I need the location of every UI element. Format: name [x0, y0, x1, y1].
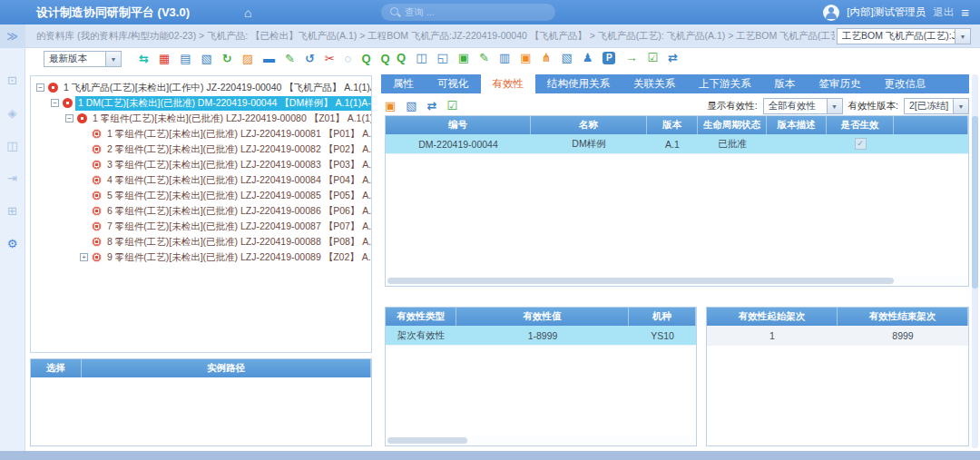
tree-node-label: 1 飞机产品(工艺)[未检出](工作中) JZ-220419-00040 【飞机…	[61, 81, 372, 95]
tab-item[interactable]: 关联关系	[622, 74, 687, 93]
home-icon[interactable]: ⌂	[244, 5, 251, 20]
table-cell: 已批准	[698, 134, 767, 153]
structure-compare-icon[interactable]: ⇆	[139, 52, 149, 66]
show-effectivity-dropdown[interactable]: 全部有效性 ▼	[763, 98, 843, 114]
bom-structure-icon[interactable]: ⋔	[542, 51, 552, 65]
save-copy-icon[interactable]: ▧	[201, 52, 212, 66]
swap-icon[interactable]: ⇄	[668, 51, 678, 65]
tree-node-label: 3 零组件(工艺)[未检出](已批准) LZJ-220419-00083 【P0…	[104, 158, 372, 172]
collapse-expander-icon[interactable]: −	[65, 114, 74, 122]
select-region-icon[interactable]: ◌	[345, 52, 352, 66]
save-version-icon[interactable]: ▤	[180, 52, 191, 66]
horizontal-scrollbar[interactable]	[387, 436, 695, 445]
tab-item[interactable]: 版本	[763, 74, 808, 93]
delete-icon[interactable]: ▦	[159, 52, 170, 66]
tree-node[interactable]: −1 DM(工艺)[未检出](已批准) DM-220419-00044 【DM样…	[31, 95, 371, 111]
version-filter-dropdown[interactable]: 最新版本 ▼	[44, 51, 122, 67]
search-plus-icon[interactable]: Q	[381, 52, 390, 66]
effectivity-type-table: 有效性类型有效性值机种架次有效性1-8999YS10	[385, 307, 697, 446]
tree-node[interactable]: 3 零组件(工艺)[未检出](已批准) LZJ-220419-00083 【P0…	[31, 157, 371, 172]
layers-icon[interactable]: ◫	[6, 139, 17, 152]
process-icon[interactable]: P	[603, 52, 615, 64]
sync-icon[interactable]: ↺	[305, 52, 315, 66]
hamburger-menu-icon[interactable]: ≡	[961, 5, 969, 20]
paste-icon[interactable]: ▣	[458, 51, 469, 65]
tree-node[interactable]: 7 零组件(工艺)[未检出](已批准) LZJ-220419-00087 【P0…	[31, 219, 371, 234]
part-status-icon	[92, 237, 102, 247]
tab-active[interactable]: 有效性	[481, 74, 536, 93]
tab-item[interactable]: 更改信息	[873, 74, 938, 93]
tree-toolbar-icons: ⇆▦▤▧↻▨▬✎↺✂◌QQ	[139, 52, 390, 66]
remote-desktop-icon[interactable]: ⊞	[7, 204, 17, 218]
tree-node[interactable]: 5 零组件(工艺)[未检出](已批准) LZJ-220419-00085 【P0…	[31, 188, 371, 203]
tree-node[interactable]: 2 零组件(工艺)[未检出](已批准) LZJ-220419-00082 【P0…	[31, 142, 371, 157]
effectivity-version-dropdown[interactable]: 2[已冻结] ▼	[904, 98, 969, 114]
scrollbar-thumb[interactable]	[972, 116, 978, 289]
table-row[interactable]: 架次有效性1-8999YS10	[386, 326, 696, 346]
main-area: 最新版本 ▼ ⇆▦▤▧↻▨▬✎↺✂◌QQ Q◫◱▣✎▥▣⋔▧♟P→☑⇄ −1 飞…	[25, 48, 980, 451]
new-item-icon[interactable]: ▧	[406, 99, 416, 113]
save-icon[interactable]: ▣	[520, 51, 531, 65]
user-settings-icon[interactable]: ⚙	[7, 237, 18, 250]
context-selector-dropdown[interactable]: 工艺BOM 飞机产品(工艺):JZ... ▼	[837, 28, 971, 44]
verify-icon[interactable]: ☑	[647, 51, 658, 65]
tree-node-label: 9 零组件(工艺)[未检出](已批准) LZJ-220419-00089 【Z0…	[104, 250, 372, 265]
tree-node[interactable]: 1 零组件(工艺)[未检出](已批准) LZJ-220419-00081 【P0…	[31, 126, 371, 142]
expand-expander-icon[interactable]: +	[80, 253, 88, 261]
clipboard-icon[interactable]: ▥	[499, 51, 510, 65]
plugin-icon[interactable]: ⇥	[7, 171, 17, 185]
tab-item[interactable]: 上下游关系	[687, 74, 763, 93]
part-status-icon	[48, 83, 58, 93]
edit-document-icon[interactable]: ✎	[479, 51, 489, 65]
table-row[interactable]: DM-220419-00044DM样例A.1已批准✓	[386, 134, 968, 154]
refresh-icon[interactable]: ↻	[222, 52, 232, 66]
edit-icon[interactable]: ✎	[285, 52, 295, 66]
part-status-icon	[92, 252, 102, 262]
checked-checkbox-icon[interactable]: ✓	[855, 138, 867, 150]
global-search[interactable]: 查询 ...	[381, 4, 555, 21]
tree-node[interactable]: 6 零组件(工艺)[未检出](已批准) LZJ-220419-00086 【P0…	[31, 203, 371, 219]
copy-note-icon[interactable]: ▨	[242, 52, 253, 66]
app-title: 设计制造协同研制平台 (V3.0)	[36, 5, 190, 21]
tree-toolbar: 最新版本 ▼ ⇆▦▤▧↻▨▬✎↺✂◌QQ	[44, 51, 390, 67]
tree-node[interactable]: +9 零组件(工艺)[未检出](已批准) LZJ-220419-00089 【Z…	[31, 250, 371, 265]
verify-icon[interactable]: ☑	[447, 99, 458, 113]
table-row[interactable]: 18999	[707, 326, 968, 346]
table-header: 编号名称版本生命周期状态版本描述是否生效	[386, 116, 968, 134]
scrollbar-thumb[interactable]	[387, 437, 467, 444]
collapse-expander-icon[interactable]: −	[36, 83, 44, 92]
new-document-icon[interactable]: ▧	[561, 51, 572, 65]
table-header: 选择实例路径	[31, 359, 371, 377]
search-icon[interactable]: Q	[397, 51, 406, 65]
column-header: 有效性类型	[386, 308, 456, 326]
tab-item[interactable]: 签审历史	[808, 74, 873, 93]
breadcrumb-bar: 的资料库 (我的资料库/构型功能02-23) > 飞机产品: 【已检出】飞机产品…	[25, 24, 980, 48]
vertical-scrollbar[interactable]	[972, 74, 978, 448]
user-avatar[interactable]	[823, 5, 839, 21]
tab-item[interactable]: 可视化	[426, 74, 481, 93]
tab-item[interactable]: 结构使用关系	[535, 74, 622, 93]
logout-button[interactable]: 退出	[933, 5, 954, 19]
tab-item[interactable]: 属性	[381, 74, 426, 93]
users-icon[interactable]: ♟	[583, 51, 593, 65]
find-document-icon[interactable]: ◱	[436, 51, 447, 65]
effectivity-filters: 显示有效性: 全部有效性 ▼ 有效性版本: 2[已冻结] ▼	[707, 98, 969, 114]
collapse-expander-icon[interactable]: −	[51, 99, 59, 107]
save-icon[interactable]: ▣	[385, 99, 396, 113]
scrollbar-thumb[interactable]	[387, 278, 894, 284]
copy-icon[interactable]: ◫	[416, 51, 426, 65]
column-header: 版本描述	[767, 116, 827, 134]
swap-icon[interactable]: ⇄	[427, 99, 437, 113]
send-icon[interactable]: →	[625, 51, 637, 65]
monitor-icon[interactable]: ⊡	[7, 73, 17, 87]
folder-icon[interactable]: ▬	[263, 52, 275, 66]
tree-node[interactable]: −1 飞机产品(工艺)[未检出](工作中) JZ-220419-00040 【飞…	[31, 80, 371, 95]
box-3d-icon[interactable]: ◈	[8, 106, 17, 120]
horizontal-scrollbar[interactable]	[387, 277, 967, 285]
tree-node[interactable]: −1 零组件(工艺)[未检出](已批准) LZJ-220419-00080 【Z…	[31, 111, 371, 126]
expand-sidebar-button[interactable]: ≫	[0, 24, 24, 48]
tree-node[interactable]: 4 零组件(工艺)[未检出](已批准) LZJ-220419-00084 【P0…	[31, 172, 371, 188]
search-icon[interactable]: Q	[361, 52, 370, 66]
cut-icon[interactable]: ✂	[325, 52, 335, 66]
tree-node[interactable]: 8 零组件(工艺)[未检出](已批准) LZJ-220419-00088 【P0…	[31, 234, 371, 250]
